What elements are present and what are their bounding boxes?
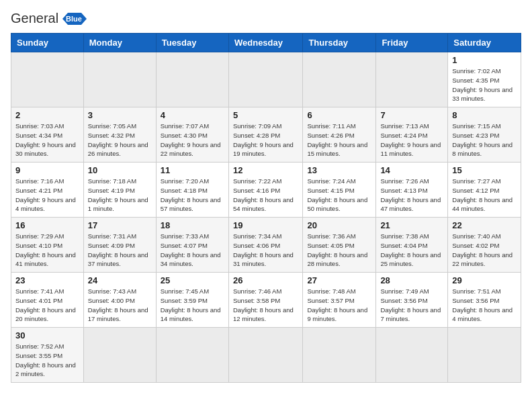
day-number: 20 xyxy=(307,220,371,230)
calendar-week: 1Sunrise: 7:02 AMSunset: 4:35 PMDaylight… xyxy=(11,52,521,107)
svg-text:Blue: Blue xyxy=(66,15,82,23)
logo-icon: Blue xyxy=(61,11,87,26)
day-number: 19 xyxy=(233,220,298,230)
calendar-day: 27Sunrise: 7:48 AMSunset: 3:57 PMDayligh… xyxy=(303,273,376,328)
day-number: 25 xyxy=(161,275,224,285)
day-number: 21 xyxy=(380,220,443,230)
day-info: Sunrise: 7:16 AMSunset: 4:21 PMDaylight:… xyxy=(15,177,79,214)
calendar-table: SundayMondayTuesdayWednesdayThursdayFrid… xyxy=(11,33,521,383)
calendar-day: 10Sunrise: 7:18 AMSunset: 4:19 PMDayligh… xyxy=(83,163,156,218)
day-number: 10 xyxy=(88,165,152,175)
calendar-day: 3Sunrise: 7:05 AMSunset: 4:32 PMDaylight… xyxy=(83,107,156,163)
day-number: 3 xyxy=(88,110,152,120)
day-number: 28 xyxy=(380,275,443,285)
day-info: Sunrise: 7:38 AMSunset: 4:04 PMDaylight:… xyxy=(380,232,443,269)
calendar-day xyxy=(376,52,448,107)
calendar-week: 2Sunrise: 7:03 AMSunset: 4:34 PMDaylight… xyxy=(11,107,521,163)
day-info: Sunrise: 7:24 AMSunset: 4:15 PMDaylight:… xyxy=(307,177,371,214)
day-info: Sunrise: 7:41 AMSunset: 4:01 PMDaylight:… xyxy=(15,287,79,324)
day-number: 16 xyxy=(15,220,79,230)
calendar-day xyxy=(303,52,376,107)
calendar-week: 16Sunrise: 7:29 AMSunset: 4:10 PMDayligh… xyxy=(11,218,521,273)
calendar-day: 17Sunrise: 7:31 AMSunset: 4:09 PMDayligh… xyxy=(83,218,156,273)
day-info: Sunrise: 7:36 AMSunset: 4:05 PMDaylight:… xyxy=(307,232,371,269)
day-number: 23 xyxy=(15,275,79,285)
day-info: Sunrise: 7:33 AMSunset: 4:07 PMDaylight:… xyxy=(161,232,224,269)
weekday-header: Thursday xyxy=(303,34,376,52)
day-number: 7 xyxy=(380,110,443,120)
page-header: General Blue xyxy=(11,11,521,26)
day-info: Sunrise: 7:40 AMSunset: 4:02 PMDaylight:… xyxy=(452,232,517,269)
calendar-day: 16Sunrise: 7:29 AMSunset: 4:10 PMDayligh… xyxy=(11,218,84,273)
calendar-day: 28Sunrise: 7:49 AMSunset: 3:56 PMDayligh… xyxy=(376,273,448,328)
calendar-day xyxy=(156,328,228,383)
weekday-header: Tuesday xyxy=(156,34,228,52)
day-info: Sunrise: 7:29 AMSunset: 4:10 PMDaylight:… xyxy=(15,232,79,269)
day-number: 8 xyxy=(452,110,517,120)
day-info: Sunrise: 7:34 AMSunset: 4:06 PMDaylight:… xyxy=(233,232,298,269)
day-info: Sunrise: 7:07 AMSunset: 4:30 PMDaylight:… xyxy=(161,122,224,158)
calendar-day: 23Sunrise: 7:41 AMSunset: 4:01 PMDayligh… xyxy=(11,273,84,328)
day-info: Sunrise: 7:48 AMSunset: 3:57 PMDaylight:… xyxy=(307,287,371,324)
logo-text: General xyxy=(11,11,58,26)
day-info: Sunrise: 7:20 AMSunset: 4:18 PMDaylight:… xyxy=(161,177,224,214)
calendar-day xyxy=(228,52,302,107)
calendar-week: 9Sunrise: 7:16 AMSunset: 4:21 PMDaylight… xyxy=(11,163,521,218)
weekday-header: Monday xyxy=(83,34,156,52)
day-info: Sunrise: 7:11 AMSunset: 4:26 PMDaylight:… xyxy=(307,122,371,158)
calendar-day: 21Sunrise: 7:38 AMSunset: 4:04 PMDayligh… xyxy=(376,218,448,273)
day-number: 9 xyxy=(15,165,79,175)
day-number: 1 xyxy=(452,55,517,65)
calendar-week: 30Sunrise: 7:52 AMSunset: 3:55 PMDayligh… xyxy=(11,328,521,383)
calendar-day: 29Sunrise: 7:51 AMSunset: 3:56 PMDayligh… xyxy=(448,273,521,328)
calendar-day: 5Sunrise: 7:09 AMSunset: 4:28 PMDaylight… xyxy=(228,107,302,163)
calendar-day: 9Sunrise: 7:16 AMSunset: 4:21 PMDaylight… xyxy=(11,163,84,218)
day-info: Sunrise: 7:22 AMSunset: 4:16 PMDaylight:… xyxy=(233,177,298,214)
calendar-day xyxy=(448,328,521,383)
calendar-day xyxy=(11,52,84,107)
calendar-day: 20Sunrise: 7:36 AMSunset: 4:05 PMDayligh… xyxy=(303,218,376,273)
weekday-header: Sunday xyxy=(11,34,84,52)
day-number: 6 xyxy=(307,110,371,120)
calendar-day: 15Sunrise: 7:27 AMSunset: 4:12 PMDayligh… xyxy=(448,163,521,218)
day-number: 15 xyxy=(452,165,517,175)
day-info: Sunrise: 7:51 AMSunset: 3:56 PMDaylight:… xyxy=(452,287,517,324)
calendar-day: 22Sunrise: 7:40 AMSunset: 4:02 PMDayligh… xyxy=(448,218,521,273)
day-number: 30 xyxy=(15,330,79,340)
day-info: Sunrise: 7:27 AMSunset: 4:12 PMDaylight:… xyxy=(452,177,517,214)
day-number: 22 xyxy=(452,220,517,230)
calendar-day: 4Sunrise: 7:07 AMSunset: 4:30 PMDaylight… xyxy=(156,107,228,163)
calendar-day: 24Sunrise: 7:43 AMSunset: 4:00 PMDayligh… xyxy=(83,273,156,328)
calendar-day: 19Sunrise: 7:34 AMSunset: 4:06 PMDayligh… xyxy=(228,218,302,273)
day-info: Sunrise: 7:49 AMSunset: 3:56 PMDaylight:… xyxy=(380,287,443,324)
calendar-day: 8Sunrise: 7:15 AMSunset: 4:23 PMDaylight… xyxy=(448,107,521,163)
logo: General Blue xyxy=(11,11,87,26)
weekday-header: Saturday xyxy=(448,34,521,52)
calendar-day xyxy=(228,328,302,383)
day-number: 18 xyxy=(161,220,224,230)
calendar-day: 25Sunrise: 7:45 AMSunset: 3:59 PMDayligh… xyxy=(156,273,228,328)
day-number: 24 xyxy=(88,275,152,285)
calendar-day: 30Sunrise: 7:52 AMSunset: 3:55 PMDayligh… xyxy=(11,328,84,383)
day-number: 26 xyxy=(233,275,298,285)
calendar-day: 2Sunrise: 7:03 AMSunset: 4:34 PMDaylight… xyxy=(11,107,84,163)
calendar-day: 26Sunrise: 7:46 AMSunset: 3:58 PMDayligh… xyxy=(228,273,302,328)
calendar-day: 7Sunrise: 7:13 AMSunset: 4:24 PMDaylight… xyxy=(376,107,448,163)
calendar-day: 14Sunrise: 7:26 AMSunset: 4:13 PMDayligh… xyxy=(376,163,448,218)
calendar-day xyxy=(83,52,156,107)
day-number: 27 xyxy=(307,275,371,285)
calendar-day xyxy=(156,52,228,107)
calendar-day xyxy=(376,328,448,383)
calendar-day: 13Sunrise: 7:24 AMSunset: 4:15 PMDayligh… xyxy=(303,163,376,218)
day-number: 13 xyxy=(307,165,371,175)
day-info: Sunrise: 7:46 AMSunset: 3:58 PMDaylight:… xyxy=(233,287,298,324)
day-number: 14 xyxy=(380,165,443,175)
day-info: Sunrise: 7:13 AMSunset: 4:24 PMDaylight:… xyxy=(380,122,443,158)
day-info: Sunrise: 7:31 AMSunset: 4:09 PMDaylight:… xyxy=(88,232,152,269)
day-number: 4 xyxy=(161,110,224,120)
day-info: Sunrise: 7:52 AMSunset: 3:55 PMDaylight:… xyxy=(15,342,79,379)
calendar-day xyxy=(303,328,376,383)
calendar-day: 6Sunrise: 7:11 AMSunset: 4:26 PMDaylight… xyxy=(303,107,376,163)
calendar-day xyxy=(83,328,156,383)
day-number: 12 xyxy=(233,165,298,175)
